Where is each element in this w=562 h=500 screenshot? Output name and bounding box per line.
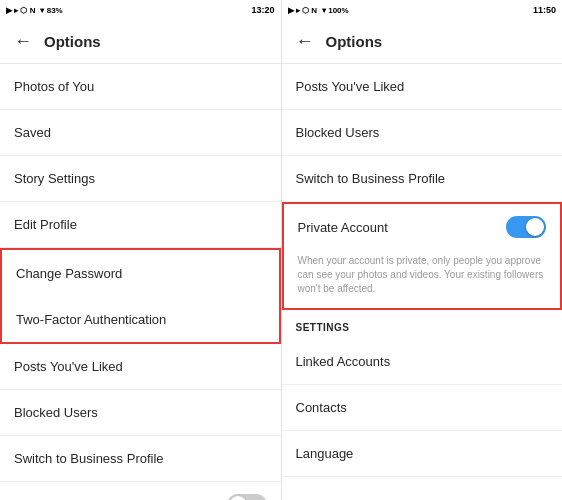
menu-item-blocked-users[interactable]: Blocked Users <box>0 390 281 436</box>
status-time-right: 11:50 <box>533 5 556 15</box>
wifi-icon-right: ▾ 100% <box>322 6 349 15</box>
menu-list-right: Posts You've Liked Blocked Users Switch … <box>282 64 563 500</box>
header-right: ← Options <box>282 20 563 64</box>
settings-section-header: SETTINGS <box>282 310 563 339</box>
private-account-section: Private Account When your account is pri… <box>282 202 563 310</box>
title-left: Options <box>44 33 101 50</box>
private-toggle-left[interactable] <box>227 494 267 501</box>
status-icons-right: ▶ ▸ ⬡ N <box>288 6 317 15</box>
menu-list-left: Photos of You Saved Story Settings Edit … <box>0 64 281 500</box>
menu-item-contacts[interactable]: Contacts <box>282 385 563 431</box>
menu-item-change-password[interactable]: Change Password <box>2 250 279 296</box>
menu-item-posts-liked-r[interactable]: Posts You've Liked <box>282 64 563 110</box>
status-time-left: 13:20 <box>251 5 274 15</box>
screen-left: ← Options Photos of You Saved Story Sett… <box>0 20 282 500</box>
menu-item-posts-liked[interactable]: Posts You've Liked <box>0 344 281 390</box>
menu-item-saved[interactable]: Saved <box>0 110 281 156</box>
title-right: Options <box>326 33 383 50</box>
private-description: When your account is private, only peopl… <box>284 250 561 308</box>
menu-item-language[interactable]: Language <box>282 431 563 477</box>
menu-item-photos-of-you[interactable]: Photos of You <box>0 64 281 110</box>
back-button-left[interactable]: ← <box>14 31 32 52</box>
menu-item-story-settings[interactable]: Story Settings <box>0 156 281 202</box>
menu-item-switch-business-r[interactable]: Switch to Business Profile <box>282 156 563 202</box>
status-bar-left: ▶ ▸ ⬡ N ▾ 83% 13:20 <box>0 0 282 20</box>
header-left: ← Options <box>0 20 281 64</box>
menu-item-edit-profile[interactable]: Edit Profile <box>0 202 281 248</box>
menu-item-two-factor[interactable]: Two-Factor Authentication <box>2 296 279 342</box>
wifi-icon-left: ▾ 83% <box>40 6 62 15</box>
private-account-toggle-row[interactable]: Private Account <box>284 204 561 250</box>
private-toggle-right[interactable] <box>506 216 546 238</box>
back-button-right[interactable]: ← <box>296 31 314 52</box>
screen-right: ← Options Posts You've Liked Blocked Use… <box>282 20 563 500</box>
menu-item-linked-accounts[interactable]: Linked Accounts <box>282 339 563 385</box>
highlight-group: Change Password Two-Factor Authenticatio… <box>0 248 281 344</box>
menu-item-blocked-users-r[interactable]: Blocked Users <box>282 110 563 156</box>
status-bar-right: ▶ ▸ ⬡ N ▾ 100% 11:50 <box>282 0 563 20</box>
menu-item-switch-business[interactable]: Switch to Business Profile <box>0 436 281 482</box>
status-icons-left: ▶ ▸ ⬡ N <box>6 6 35 15</box>
menu-item-private-account[interactable]: Private Account <box>0 482 281 500</box>
